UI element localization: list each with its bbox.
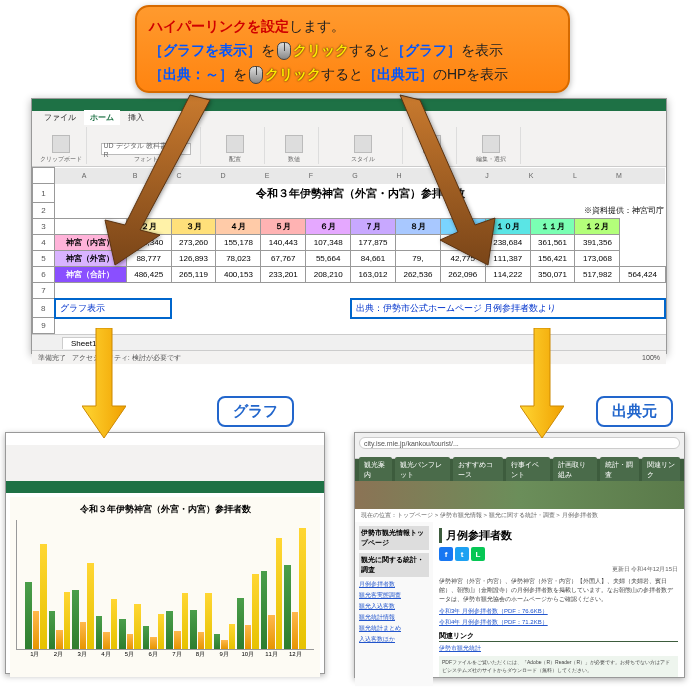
arrow-down-to-web [520,328,564,438]
status-bar: 準備完了 アクセシビリティ: 検討が必要です 100% [32,350,666,364]
related-link[interactable]: 伊勢市観光統計 [439,644,678,653]
chart-ribbon [6,445,324,493]
sidebar: 伊勢市観光情報トップページ 観光に関する統計・調査 月例参拝者数 観光客実態調査… [355,522,433,686]
twitter-icon[interactable]: t [455,547,469,561]
chart-bars [16,520,314,650]
chart-area: 令和３年伊勢神宮（外宮・内宮）参拝者数 1月2月3月4月5月6月7月8月9月10… [10,497,320,677]
mouse-icon [249,66,263,84]
svg-marker-3 [520,328,564,438]
breadcrumb: 現在の位置：トップページ > 伊勢市観光情報 > 観光に関する統計・調査 > 月… [355,509,684,522]
page-title: 月例参拝者数 [439,528,678,543]
side-link[interactable]: 入込客数ほか [359,635,429,644]
svg-marker-2 [82,328,126,438]
paste-icon[interactable] [52,135,70,153]
label-graph: グラフ [217,396,294,427]
label-source: 出典元 [596,396,673,427]
social-icons: f t L [439,547,678,561]
pdf-link[interactable]: 令和3年 月例参拝者数（PDF：76.6KB） [439,607,678,616]
hyperlink-graph[interactable]: グラフ表示 [55,299,172,318]
line-icon[interactable]: L [471,547,485,561]
side-link[interactable]: 観光統計情報 [359,613,429,622]
align-icon[interactable] [226,135,244,153]
browser-window: city.ise.mie.jp/kankou/tourist/... 観光案内観… [354,432,685,678]
side-link[interactable]: 観光統計まとめ [359,624,429,633]
page-main: 月例参拝者数 f t L 更新日 令和4年12月15日 伊勢神宮（外宮・内宮）、… [433,522,684,686]
sheet-tabs[interactable]: Sheet1 [32,334,666,350]
svg-marker-0 [105,95,210,265]
pdf-link[interactable]: 令和4年 月例参拝者数（PDF：71.2KB） [439,618,678,627]
side-link[interactable]: 観光客実態調査 [359,591,429,600]
arrow-down-to-chart [82,328,126,438]
side-link[interactable]: 観光入込客数 [359,602,429,611]
site-nav[interactable]: 観光案内観光パンフレットおすすめコース行事イベント計画取り組み統計・調査関連リン… [355,459,684,481]
side-link[interactable]: 月例参拝者数 [359,580,429,589]
update-date: 更新日 令和4年12月15日 [439,565,678,574]
body-text: 伊勢神宮（外宮・内宮）、伊勢神宮（外宮・内宮）【外国人】、夫婦（夫婦岩、賓日館）… [439,577,678,604]
excel-chart-window: 令和３年伊勢神宮（外宮・内宮）参拝者数 1月2月3月4月5月6月7月8月9月10… [5,432,325,674]
style-icon[interactable] [354,135,372,153]
hyperlink-source[interactable]: 出典：伊勢市公式ホームページ 月例参拝者数より [351,299,665,318]
url-bar[interactable]: city.ise.mie.jp/kankou/tourist/... [359,437,680,449]
svg-marker-1 [400,95,495,265]
callout-bold: ハイパーリンクを設定 [149,18,289,34]
hero-image [355,481,684,509]
number-icon[interactable] [285,135,303,153]
facebook-icon[interactable]: f [439,547,453,561]
arrow-to-source-link [380,90,520,270]
mouse-icon [277,42,291,60]
instruction-callout: ハイパーリンクを設定します。 ［グラフを表示］をクリックすると［グラフ］を表示 … [135,5,570,93]
chart-x-labels: 1月2月3月4月5月6月7月8月9月10月11月12月 [16,650,314,659]
arrow-to-graph-link [80,90,220,270]
tab-file[interactable]: ファイル [38,110,82,125]
chart-title: 令和３年伊勢神宮（外宮・内宮）参拝者数 [16,503,314,516]
pdf-note: PDFファイルをご覧いただくには、「Adobe（R）Reader（R）」が必要で… [439,656,678,677]
